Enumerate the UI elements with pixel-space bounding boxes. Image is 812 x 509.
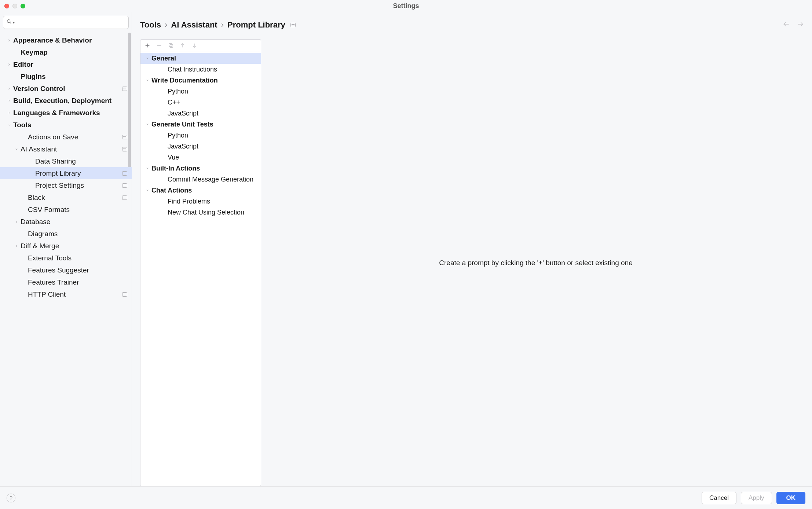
sidebar-item-label: Diagrams	[28, 230, 58, 238]
chevron-down-icon[interactable]	[145, 122, 150, 126]
chevron-right-icon[interactable]	[7, 62, 12, 67]
chevron-right-icon[interactable]	[7, 38, 12, 43]
prompt-tree-item-label: Python	[168, 132, 188, 139]
prompt-tree-item[interactable]: JavaScript	[140, 141, 261, 152]
prompt-tree-item[interactable]: Generate Unit Tests	[140, 119, 261, 130]
help-button[interactable]: ?	[7, 494, 15, 502]
chevron-right-icon[interactable]	[7, 86, 12, 91]
sidebar-item[interactable]: Project Settings	[0, 179, 132, 191]
move-up-button[interactable]	[179, 42, 186, 49]
chevron-down-icon[interactable]	[14, 147, 19, 152]
sidebar-item-label: External Tools	[28, 254, 72, 262]
chevron-right-icon[interactable]	[7, 110, 12, 116]
prompt-tree-item-label: Chat Actions	[151, 187, 192, 194]
sidebar-item[interactable]: Database	[0, 216, 132, 228]
prompt-tree-item[interactable]: C++	[140, 97, 261, 108]
prompt-tree-item-label: C++	[168, 99, 180, 106]
prompt-tree-item-label: General	[151, 55, 176, 62]
chevron-right-icon[interactable]	[14, 219, 19, 224]
sidebar-item-label: Plugins	[21, 73, 46, 81]
sidebar-item-label: Languages & Frameworks	[13, 109, 100, 117]
chevron-right-icon[interactable]	[14, 243, 19, 249]
sidebar-item-label: Appearance & Behavior	[13, 36, 92, 44]
empty-state-message: Create a prompt by clicking the '+' butt…	[439, 259, 632, 267]
sidebar-item[interactable]: Features Trainer	[0, 276, 132, 288]
sidebar-item[interactable]: AI Assistant	[0, 143, 132, 155]
settings-sidebar: ▾ Appearance & BehaviorKeymapEditorPlugi…	[0, 12, 132, 486]
prompt-tree-item[interactable]: Chat Instructions	[140, 64, 261, 75]
ok-button[interactable]: OK	[776, 492, 806, 504]
project-scope-icon	[122, 195, 127, 200]
breadcrumb-part[interactable]: Tools	[140, 20, 161, 30]
titlebar: Settings	[0, 0, 812, 12]
sidebar-item[interactable]: Version Control	[0, 83, 132, 95]
svg-point-0	[7, 19, 10, 22]
dialog-footer: ? Cancel Apply OK	[0, 486, 812, 509]
chevron-down-icon[interactable]	[145, 56, 150, 60]
sidebar-item[interactable]: Appearance & Behavior	[0, 34, 132, 46]
sidebar-item[interactable]: Tools	[0, 119, 132, 131]
prompt-tree-item[interactable]: Built-In Actions	[140, 163, 261, 174]
move-down-button[interactable]	[191, 42, 198, 49]
sidebar-item[interactable]: Diff & Merge	[0, 240, 132, 252]
prompt-tree-item[interactable]: Python	[140, 130, 261, 141]
chevron-down-icon[interactable]	[145, 188, 150, 192]
sidebar-item[interactable]: Features Suggester	[0, 264, 132, 276]
sidebar-item[interactable]: Data Sharing	[0, 155, 132, 167]
sidebar-item[interactable]: Prompt Library	[0, 167, 132, 179]
sidebar-item[interactable]: Keymap	[0, 46, 132, 58]
project-scope-icon	[122, 135, 127, 139]
sidebar-item[interactable]: Black	[0, 191, 132, 204]
prompt-tree-item[interactable]: Commit Message Generation	[140, 174, 261, 185]
settings-search[interactable]: ▾	[3, 16, 129, 29]
prompt-tree-item-label: Built-In Actions	[151, 165, 200, 172]
prompt-tree-item[interactable]: Write Documentation	[140, 75, 261, 86]
breadcrumb-part[interactable]: Prompt Library	[227, 20, 285, 30]
prompt-tree-item[interactable]: Vue	[140, 152, 261, 163]
prompt-tree-item-label: Write Documentation	[151, 77, 218, 84]
sidebar-item-label: Database	[21, 218, 50, 226]
prompt-tree-item[interactable]: JavaScript	[140, 108, 261, 119]
sidebar-item[interactable]: Diagrams	[0, 228, 132, 240]
prompt-tree-item-label: Commit Message Generation	[168, 176, 253, 183]
chevron-down-icon[interactable]	[145, 78, 150, 82]
breadcrumb-part[interactable]: AI Assistant	[171, 20, 217, 30]
project-scope-icon	[290, 23, 296, 27]
apply-button[interactable]: Apply	[741, 492, 772, 504]
prompt-tree-item[interactable]: Find Problems	[140, 196, 261, 207]
nav-back-button[interactable]	[783, 21, 790, 30]
chevron-right-icon[interactable]	[7, 98, 12, 103]
chevron-down-icon[interactable]	[145, 166, 150, 170]
nav-forward-button[interactable]	[797, 21, 804, 30]
add-prompt-button[interactable]	[144, 42, 151, 49]
prompt-tree-item[interactable]: General	[140, 53, 261, 64]
sidebar-item[interactable]: External Tools	[0, 252, 132, 264]
prompt-detail: Create a prompt by clicking the '+' butt…	[268, 39, 804, 486]
sidebar-item[interactable]: Build, Execution, Deployment	[0, 95, 132, 107]
cancel-button[interactable]: Cancel	[702, 492, 736, 504]
prompt-tree: GeneralChat InstructionsWrite Documentat…	[140, 51, 261, 486]
sidebar-item-label: Keymap	[21, 48, 48, 56]
sidebar-item-label: Actions on Save	[28, 133, 78, 141]
search-input[interactable]	[16, 19, 125, 26]
search-history-dropdown-icon[interactable]: ▾	[13, 21, 15, 25]
sidebar-item[interactable]: Editor	[0, 58, 132, 70]
sidebar-item[interactable]: HTTP Client	[0, 288, 132, 300]
sidebar-item[interactable]: Languages & Frameworks	[0, 107, 132, 119]
chevron-down-icon[interactable]	[7, 122, 12, 128]
sidebar-item-label: Project Settings	[35, 182, 84, 190]
sidebar-item[interactable]: Plugins	[0, 70, 132, 83]
prompt-tree-item[interactable]: New Chat Using Selection	[140, 207, 261, 218]
prompt-tree-item[interactable]: Chat Actions	[140, 185, 261, 196]
breadcrumb: Tools › AI Assistant › Prompt Library	[140, 20, 296, 30]
remove-prompt-button[interactable]	[156, 42, 162, 49]
project-scope-icon	[122, 147, 127, 151]
sidebar-item[interactable]: Actions on Save	[0, 131, 132, 143]
sidebar-item-label: HTTP Client	[28, 290, 66, 299]
window-title: Settings	[0, 2, 812, 10]
prompt-tree-item[interactable]: Python	[140, 86, 261, 97]
copy-prompt-button[interactable]	[168, 42, 174, 49]
sidebar-item[interactable]: CSV Formats	[0, 204, 132, 216]
sidebar-item-label: Editor	[13, 61, 33, 69]
search-icon	[6, 19, 12, 26]
